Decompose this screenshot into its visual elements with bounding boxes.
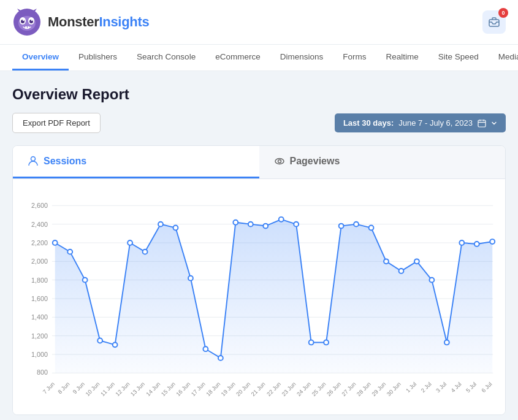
data-point <box>474 242 479 246</box>
eye-icon <box>274 156 285 167</box>
data-point <box>53 240 58 245</box>
nav-item-search-console[interactable]: Search Console <box>127 45 205 71</box>
svg-text:27 Jun: 27 Jun <box>341 381 357 397</box>
svg-rect-10 <box>25 26 27 28</box>
nav-item-ecommerce[interactable]: eCommerce <box>205 45 270 71</box>
data-point <box>399 269 404 273</box>
nav-item-media[interactable]: Media <box>489 45 518 71</box>
data-point <box>113 342 118 347</box>
main-content: Overview Report Export PDF Report Last 3… <box>0 71 518 420</box>
date-label-range: June 7 - July 6, 2023 <box>398 118 473 128</box>
page-title: Overview Report <box>12 86 506 103</box>
chart-area: 2,600 2,400 2,200 2,000 1,800 1,600 1,40… <box>13 179 505 414</box>
svg-text:29 Jun: 29 Jun <box>371 381 387 397</box>
data-point <box>97 338 102 343</box>
toolbar: Export PDF Report Last 30 days: June 7 -… <box>12 113 506 133</box>
data-point <box>384 259 389 264</box>
notification-button[interactable]: 0 <box>482 10 506 34</box>
svg-point-6 <box>23 20 24 21</box>
svg-point-19 <box>278 160 281 163</box>
svg-point-7 <box>31 20 32 21</box>
svg-text:24 Jun: 24 Jun <box>295 381 312 397</box>
svg-text:25 Jun: 25 Jun <box>311 381 327 397</box>
svg-text:2,600: 2,600 <box>31 202 48 209</box>
logo-insights: Insights <box>99 14 149 29</box>
svg-text:6 Jul: 6 Jul <box>481 381 493 394</box>
logo-monster: Monster <box>48 14 99 29</box>
data-point <box>324 340 329 345</box>
data-point <box>143 250 148 254</box>
line-chart: 2,600 2,400 2,200 2,000 1,800 1,600 1,40… <box>19 185 499 412</box>
svg-text:800: 800 <box>37 368 48 376</box>
svg-rect-13 <box>478 120 486 127</box>
svg-rect-12 <box>489 20 499 26</box>
svg-text:23 Jun: 23 Jun <box>281 381 297 397</box>
date-range-button[interactable]: Last 30 days: June 7 - July 6, 2023 <box>335 113 506 132</box>
svg-text:16 Jun: 16 Jun <box>175 381 192 397</box>
tab-pageviews[interactable]: Pageviews <box>259 146 506 178</box>
data-point <box>233 220 238 225</box>
svg-text:8 Jun: 8 Jun <box>56 381 70 395</box>
date-label-bold: Last 30 days: <box>343 118 394 128</box>
data-point <box>128 240 132 245</box>
header: MonsterInsights 0 <box>0 0 518 45</box>
notification-badge: 0 <box>498 8 508 18</box>
logo-area: MonsterInsights <box>12 7 149 37</box>
data-point <box>83 278 88 283</box>
data-point <box>294 222 299 227</box>
data-point <box>203 346 208 351</box>
data-point <box>279 217 284 222</box>
chart-svg-wrapper: 2,600 2,400 2,200 2,000 1,800 1,600 1,40… <box>19 185 499 414</box>
data-point <box>67 250 72 254</box>
logo-text: MonsterInsights <box>48 14 149 30</box>
nav-item-publishers[interactable]: Publishers <box>69 45 127 71</box>
svg-text:2,000: 2,000 <box>31 258 48 265</box>
data-point <box>158 222 163 227</box>
svg-text:5 Jul: 5 Jul <box>465 381 478 394</box>
data-point <box>429 278 434 283</box>
svg-text:15 Jun: 15 Jun <box>160 381 177 397</box>
svg-text:2,200: 2,200 <box>31 239 48 246</box>
logo-icon <box>12 7 42 37</box>
nav-item-overview[interactable]: Overview <box>12 45 69 71</box>
svg-rect-11 <box>28 26 29 28</box>
nav-item-realtime[interactable]: Realtime <box>376 45 428 71</box>
svg-text:21 Jun: 21 Jun <box>250 381 267 397</box>
calendar-icon <box>478 119 486 128</box>
data-point <box>354 222 359 227</box>
svg-text:20 Jun: 20 Jun <box>235 381 251 397</box>
export-pdf-button[interactable]: Export PDF Report <box>12 113 101 133</box>
svg-text:14 Jun: 14 Jun <box>145 381 162 397</box>
nav-item-site-speed[interactable]: Site Speed <box>428 45 489 71</box>
svg-point-17 <box>31 157 36 161</box>
header-right: 0 <box>482 10 506 34</box>
tab-pageviews-label: Pageviews <box>290 156 340 167</box>
svg-text:1 Jul: 1 Jul <box>405 381 417 394</box>
svg-text:1,800: 1,800 <box>31 277 48 284</box>
nav-item-dimensions[interactable]: Dimensions <box>270 45 333 71</box>
svg-text:3 Jul: 3 Jul <box>435 381 448 394</box>
svg-text:19 Jun: 19 Jun <box>220 381 237 397</box>
tab-sessions[interactable]: Sessions <box>13 146 259 178</box>
svg-text:2 Jul: 2 Jul <box>420 381 433 394</box>
svg-text:1,600: 1,600 <box>31 295 48 302</box>
data-point <box>263 224 268 229</box>
data-point <box>218 356 223 361</box>
tab-sessions-label: Sessions <box>44 156 86 167</box>
svg-text:4 Jul: 4 Jul <box>450 381 463 394</box>
data-point <box>459 240 464 245</box>
svg-text:17 Jun: 17 Jun <box>190 381 207 397</box>
svg-text:13 Jun: 13 Jun <box>129 381 146 397</box>
data-point <box>444 340 449 345</box>
data-point <box>188 276 193 281</box>
chart-tabs: Sessions Pageviews <box>13 146 505 179</box>
svg-text:2,400: 2,400 <box>31 221 48 228</box>
data-point <box>173 226 178 231</box>
svg-text:22 Jun: 22 Jun <box>265 381 282 397</box>
svg-text:1,200: 1,200 <box>31 332 48 340</box>
svg-text:28 Jun: 28 Jun <box>356 381 372 397</box>
svg-text:26 Jun: 26 Jun <box>326 381 342 397</box>
data-point <box>369 226 374 231</box>
nav-item-forms[interactable]: Forms <box>333 45 376 71</box>
svg-text:30 Jun: 30 Jun <box>386 381 402 397</box>
